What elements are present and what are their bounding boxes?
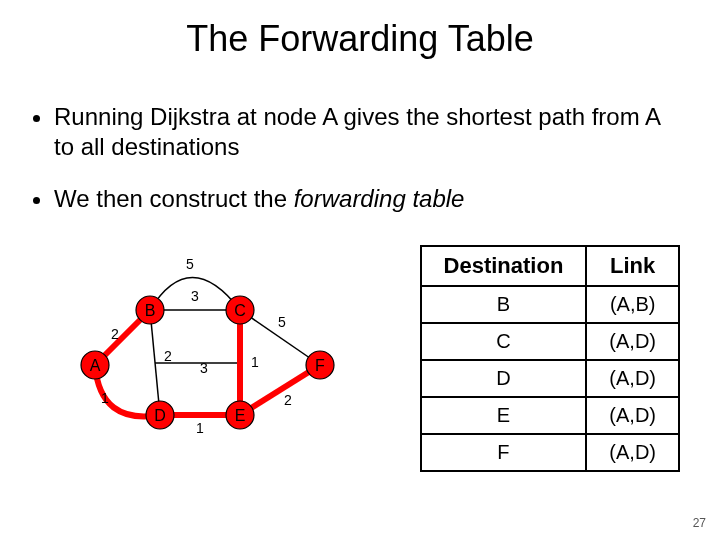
w-ad: 1 [101, 390, 109, 406]
page-number: 27 [693, 516, 706, 530]
node-a: A [90, 357, 101, 374]
w-bd: 2 [164, 348, 172, 364]
forwarding-table: Destination Link B(A,B) C(A,D) D(A,D) E(… [420, 245, 680, 472]
node-b: B [145, 302, 156, 319]
w-cf: 5 [278, 314, 286, 330]
bullet-2: We then construct the forwarding table [54, 184, 680, 214]
node-c: C [234, 302, 246, 319]
th-destination: Destination [421, 246, 587, 286]
w-mid3: 3 [200, 360, 208, 376]
w-ef: 2 [284, 392, 292, 408]
table-row: C(A,D) [421, 323, 679, 360]
table-row: F(A,D) [421, 434, 679, 471]
bullet-list: Running Dijkstra at node A gives the sho… [0, 84, 720, 214]
node-d: D [154, 407, 166, 424]
w-ce1: 1 [251, 354, 259, 370]
table-row: B(A,B) [421, 286, 679, 323]
table-row: D(A,D) [421, 360, 679, 397]
table-row: E(A,D) [421, 397, 679, 434]
network-graph: A B C D E F 5 2 3 1 2 3 1 5 1 2 [60, 255, 360, 455]
node-e: E [235, 407, 246, 424]
node-f: F [315, 357, 325, 374]
w-ab: 2 [111, 326, 119, 342]
w-de: 1 [196, 420, 204, 436]
w-bc: 3 [191, 288, 199, 304]
w-bc-top: 5 [186, 256, 194, 272]
slide-title: The Forwarding Table [0, 0, 720, 60]
th-link: Link [586, 246, 679, 286]
bullet-1: Running Dijkstra at node A gives the sho… [54, 102, 680, 162]
